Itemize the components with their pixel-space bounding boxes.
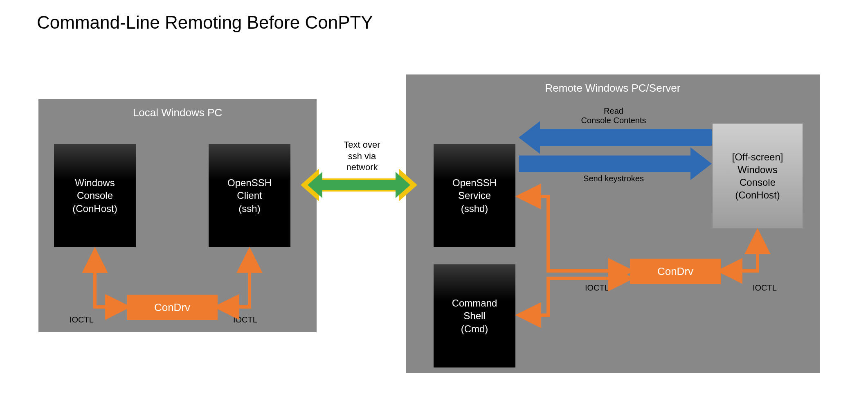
remote-panel-title: Remote Windows PC/Server: [406, 82, 820, 95]
label-network: Text over ssh via network: [327, 139, 397, 173]
label-read-console: Read Console Contents: [544, 106, 683, 125]
box-command-shell: Command Shell (Cmd): [434, 264, 515, 367]
label-ioctl-remote-left: IOCTL: [585, 283, 609, 293]
box-offscreen-console: [Off-screen] Windows Console (ConHost): [713, 124, 803, 228]
label-ioctl-remote-right: IOCTL: [753, 283, 777, 293]
box-condrv-local: ConDrv: [127, 295, 218, 320]
label-ioctl-local-left: IOCTL: [70, 315, 94, 325]
local-panel-title: Local Windows PC: [38, 106, 317, 119]
label-send-keystrokes: Send keystrokes: [544, 174, 683, 183]
box-condrv-remote: ConDrv: [630, 259, 721, 284]
box-openssh-client: OpenSSH Client (ssh): [209, 144, 290, 247]
box-windows-console: Windows Console (ConHost): [54, 144, 136, 247]
box-openssh-service: OpenSSH Service (sshd): [434, 144, 515, 247]
label-ioctl-local-right: IOCTL: [233, 315, 257, 325]
diagram-title: Command-Line Remoting Before ConPTY: [37, 12, 373, 33]
